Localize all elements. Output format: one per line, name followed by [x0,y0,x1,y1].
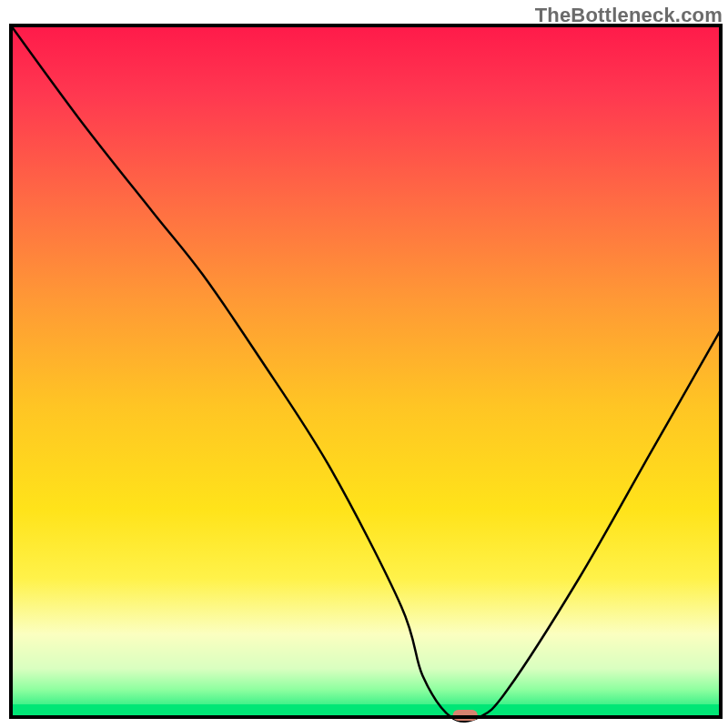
bottleneck-chart [0,0,728,728]
plot-area [11,25,721,722]
watermark-text: TheBottleneck.com [535,4,723,27]
plot-background [11,25,721,717]
green-baseline-strip [11,704,721,717]
